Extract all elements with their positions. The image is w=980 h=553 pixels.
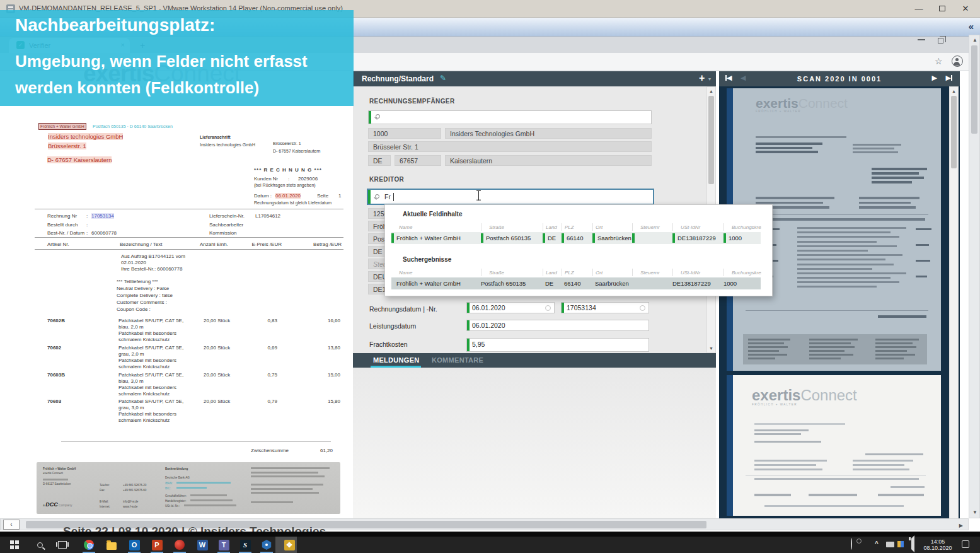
blurred-line (756, 143, 822, 145)
blurred-line (748, 358, 775, 359)
frachtkosten-input[interactable]: 5,95 (466, 338, 649, 352)
leistungsdatum-input[interactable]: 06.01.2020 (466, 320, 649, 331)
blurred-text (251, 501, 295, 505)
blurred-line (251, 472, 318, 474)
task-view-button[interactable] (53, 538, 72, 551)
minimize-button[interactable]: — (914, 4, 924, 14)
next-page-icon[interactable]: ▶ (932, 74, 937, 82)
meta-label: Kommission (209, 230, 237, 236)
scroll-thumb[interactable] (971, 45, 977, 134)
footer-label: Geschäftsführer: (165, 494, 187, 498)
delivery-address-city: D- 67657 Kaiserslautern (273, 149, 321, 153)
scroll-left-button[interactable]: ‹ (3, 520, 20, 530)
maximize-button[interactable] (937, 4, 947, 14)
blurred-text (251, 467, 333, 480)
cell-plz: 66140 (567, 235, 583, 242)
scroll-up-icon[interactable]: ▲ (950, 89, 958, 93)
blurred-line (184, 504, 236, 506)
empfaenger-country-field[interactable]: DE (368, 155, 391, 166)
taskbar-explorer-icon[interactable] (102, 538, 121, 551)
logo-light: Connect (800, 387, 856, 404)
taskbar-teams-icon[interactable]: T (214, 538, 233, 551)
taskbar-hexagon-app-icon[interactable] (257, 538, 276, 551)
bookmark-star-icon[interactable]: ☆ (935, 56, 943, 66)
taskbar-outlook-icon[interactable]: O (125, 538, 144, 551)
tray-people-icon[interactable] (851, 538, 852, 550)
windows-taskbar: O P W T S ✥ ^ 14:05 08.10.2020 (0, 537, 980, 553)
browser-vscrollbar[interactable]: ▲ ▼ (969, 35, 980, 518)
scroll-thumb[interactable] (951, 96, 957, 168)
tab-kommentare[interactable]: KOMMENTARE (432, 356, 483, 364)
item-desc: blau, 3,0 m (118, 378, 144, 384)
action-center-icon[interactable] (962, 540, 969, 548)
item-desc: Patchkabel mit besonders (118, 330, 176, 336)
taskbar-s-app-icon[interactable]: S (236, 538, 255, 551)
edit-pencil-icon[interactable]: ✎ (440, 74, 446, 83)
blurred-line (797, 259, 885, 260)
col-strasse: Straße (481, 270, 504, 276)
browser-restore-icon[interactable] (938, 38, 943, 44)
item-desc: schmalem Knickschutz (118, 417, 170, 423)
blurred-line (809, 358, 841, 359)
taskbar-powerpoint-icon[interactable]: P (147, 538, 166, 551)
cell-ustidnr: DE138187229 (677, 235, 716, 242)
col-header: E-Preis /EUR (246, 242, 282, 247)
last-page-icon[interactable]: ▶ (946, 74, 952, 82)
add-field-button[interactable]: + (699, 73, 705, 84)
empfaenger-zip-field[interactable]: 67657 (395, 155, 441, 166)
taskbar-word-icon[interactable]: W (193, 538, 212, 551)
empfaenger-name-field[interactable]: Insiders Technologies GmbH (445, 128, 652, 139)
popup-result-row-selected[interactable]: Fröhlich + Walter GmbH Postfach 650135 D… (391, 277, 761, 289)
tab-meldungen[interactable]: MELDUNGEN (373, 356, 420, 364)
add-dropdown-icon[interactable]: ▾ (708, 76, 711, 82)
empfaenger-city-field[interactable]: Kaiserslautern (445, 155, 652, 166)
empfaenger-street-field[interactable]: Brüsseler Str. 1 (368, 141, 652, 152)
cell-ustidnr: DE138187229 (672, 280, 711, 287)
profile-avatar-icon[interactable] (952, 55, 963, 67)
scroll-down-icon[interactable]: ▼ (707, 346, 715, 351)
tray-speaker-icon[interactable] (911, 535, 914, 552)
scan-thumbnail-page2[interactable]: exertisConnect FRÖHLICH + WALTER (727, 375, 941, 516)
scroll-thumb[interactable] (708, 96, 714, 184)
kreditor-search-input[interactable]: Fr (367, 189, 654, 205)
blurred-line (797, 245, 897, 247)
tray-chevron-up-icon[interactable]: ^ (875, 540, 879, 547)
footer-brand: exertis Connect (43, 472, 63, 475)
taskbar-active-app-icon[interactable]: ✥ (280, 538, 299, 551)
scroll-up-icon[interactable]: ▲ (972, 37, 977, 43)
blurred-line (797, 272, 906, 274)
invoice-nr-input[interactable]: 17053134 (561, 302, 649, 313)
delivery-address-label: Lieferanschrift (200, 135, 231, 139)
blurred-line (853, 148, 894, 149)
scroll-up-icon[interactable]: ▲ (707, 89, 715, 93)
field-status-bar (467, 303, 470, 313)
item-price: 0,69 (249, 345, 277, 351)
taskbar-chrome-icon[interactable] (79, 538, 98, 551)
scroll-down-icon[interactable]: ▼ (972, 509, 977, 515)
empfaenger-search-input[interactable] (368, 110, 652, 124)
blurred-line (797, 281, 899, 283)
invoice-recipient-name: Insiders technologies GmbH (48, 133, 123, 140)
tray-clock[interactable]: 14:05 08.10.2020 (921, 538, 954, 551)
clear-field-icon[interactable] (640, 305, 645, 311)
close-button[interactable]: ✕ (960, 4, 971, 14)
clear-field-icon[interactable] (545, 305, 551, 311)
popup-current-row[interactable]: Fröhlich + Walter GmbH Postfach 650135 D… (391, 232, 761, 244)
start-button[interactable] (5, 538, 24, 551)
browser-minimize-icon[interactable] (918, 39, 925, 40)
tray-keyboard-icon[interactable] (886, 542, 894, 547)
invoice-date-input[interactable]: 06.01.2020 (466, 302, 555, 313)
col-strasse: Straße (481, 224, 504, 230)
search-button[interactable] (30, 538, 49, 551)
blurred-line (797, 241, 877, 243)
col-buchungskreis: Buchungskreis (724, 270, 761, 276)
blurred-line (251, 484, 323, 486)
scan-scrollbar[interactable]: ▲ (949, 86, 959, 530)
toolbar-collapse-icon[interactable]: « (969, 21, 974, 32)
taskbar-red-app-icon[interactable] (170, 538, 189, 551)
tray-color-icon[interactable] (897, 541, 904, 547)
item-number: 70602 (47, 345, 61, 351)
empfaenger-code-field[interactable]: 1000 (368, 128, 441, 139)
document-pane[interactable]: Fröhlich + Walter GmbH Postfach 650135 ·… (28, 71, 347, 518)
scroll-right-icon[interactable]: ▶ (959, 523, 963, 528)
